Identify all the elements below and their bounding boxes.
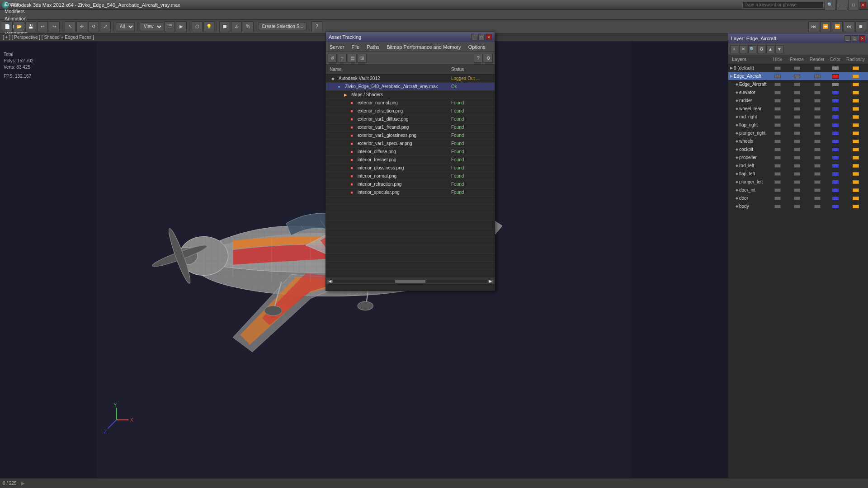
- layer-freeze-obj-door-int[interactable]: [787, 188, 807, 192]
- asset-row-tex9[interactable]: ■interior_glossiness.pngFound: [326, 164, 495, 172]
- layer-freeze-edge-aircraft[interactable]: [787, 75, 807, 78]
- layer-row-obj-plunger-left[interactable]: ◆plunger_left: [728, 178, 868, 186]
- layer-color-obj-flap-left[interactable]: [827, 172, 843, 176]
- layer-freeze-obj-propeller[interactable]: [787, 156, 807, 160]
- layer-row-obj-wheel-rear[interactable]: ◆wheel_rear: [728, 105, 868, 113]
- asset-thumb-view[interactable]: ⊞: [358, 54, 367, 63]
- layer-hide-obj-rod-right[interactable]: [769, 115, 787, 119]
- layer-hide-obj-propeller[interactable]: [769, 156, 787, 160]
- layer-render-obj-plunger-right[interactable]: [807, 131, 827, 135]
- title-maximize[interactable]: □: [848, 0, 859, 10]
- toolbar-save[interactable]: 💾: [25, 21, 36, 32]
- layer-hide-obj-plunger-left[interactable]: [769, 180, 787, 184]
- layer-freeze-obj-door[interactable]: [787, 197, 807, 200]
- layer-hide-obj-door-int[interactable]: [769, 188, 787, 192]
- layer-hide-obj-elevator[interactable]: [769, 91, 787, 94]
- layer-row-obj-body[interactable]: ◆body: [728, 202, 868, 211]
- layer-radiosity-obj-rod-right[interactable]: [843, 115, 868, 119]
- layer-render-obj-flap-left[interactable]: [807, 172, 827, 176]
- scroll-track[interactable]: [333, 280, 487, 283]
- asset-row-tex10[interactable]: ■interior_normal.pngFound: [326, 172, 495, 180]
- layer-color-obj-rudder[interactable]: [827, 99, 843, 103]
- layer-color-obj-cockpit[interactable]: [827, 147, 843, 152]
- asset-row-vault[interactable]: ◆Autodesk Vault 2012Logged Out ...: [326, 75, 495, 83]
- asset-menu-file[interactable]: File: [348, 43, 363, 51]
- selection-filter[interactable]: All: [116, 22, 135, 31]
- layer-color-obj-rod-right[interactable]: [827, 115, 843, 119]
- layer-radiosity-obj-flap-left[interactable]: [843, 172, 868, 176]
- layer-color-obj-plunger-right[interactable]: [827, 131, 843, 136]
- layer-freeze-obj-rod-left[interactable]: [787, 164, 807, 168]
- layer-freeze-obj-plunger-right[interactable]: [787, 131, 807, 135]
- layers-arrow-down[interactable]: ▼: [775, 45, 783, 53]
- layer-row-obj-rudder[interactable]: ◆rudder: [728, 97, 868, 105]
- layers-maximize[interactable]: □: [852, 35, 858, 42]
- layer-render-obj-flap-right[interactable]: [807, 123, 827, 127]
- search-btn[interactable]: 🔍: [825, 0, 835, 10]
- toolbar-select[interactable]: ↖: [65, 21, 75, 32]
- toolbar-play[interactable]: ⏮: [808, 21, 819, 32]
- layer-render-obj-elevator[interactable]: [807, 91, 827, 94]
- layer-color-obj-door[interactable]: [827, 196, 843, 201]
- asset-scrollbar[interactable]: ◀ ▶: [326, 278, 495, 284]
- layer-render-obj-rod-right[interactable]: [807, 115, 827, 119]
- layer-color-obj-propeller[interactable]: [827, 155, 843, 160]
- toolbar-rotate[interactable]: ↺: [88, 21, 99, 32]
- asset-menu-server[interactable]: Server: [326, 43, 348, 51]
- toolbar-render[interactable]: ▶: [176, 21, 187, 32]
- asset-list-view[interactable]: ≡: [338, 54, 347, 63]
- asset-settings[interactable]: ⚙: [484, 54, 493, 63]
- layer-radiosity-obj-body[interactable]: [843, 205, 868, 208]
- layers-settings[interactable]: ⚙: [757, 45, 765, 53]
- layer-row-obj-propeller[interactable]: ◆propeller: [728, 154, 868, 162]
- layer-row-obj-door-int[interactable]: ◆door_int: [728, 186, 868, 194]
- asset-menu-paths[interactable]: Paths: [363, 43, 383, 51]
- layer-color-edge-aircraft[interactable]: [827, 74, 843, 79]
- layer-radiosity-edge-aircraft[interactable]: [843, 75, 868, 78]
- asset-menu-bitmap[interactable]: Bitmap Performance and Memory: [383, 43, 464, 51]
- layer-radiosity-obj-elevator[interactable]: [843, 91, 868, 94]
- layer-hide-obj-flap-left[interactable]: [769, 172, 787, 176]
- asset-row-tex5[interactable]: ■exterior_var1_glossiness.pngFound: [326, 131, 495, 140]
- layer-color-obj-elevator[interactable]: [827, 90, 843, 95]
- asset-row-max-file[interactable]: ●Zivko_Edge_540_Aerobatic_Aircraft_vray.…: [326, 83, 495, 91]
- asset-tracking-close[interactable]: ✕: [486, 34, 492, 40]
- layer-row-edge-aircraft[interactable]: ▶Edge_Aircraft: [728, 72, 868, 80]
- asset-row-tex12[interactable]: ■interior_specular.pngFound: [326, 188, 495, 197]
- layer-freeze-obj-wheel-rear[interactable]: [787, 107, 807, 111]
- layer-freeze-obj-flap-right[interactable]: [787, 123, 807, 127]
- toolbar-end[interactable]: ⏭: [844, 21, 854, 32]
- toolbar-render-setup[interactable]: 🎬: [164, 21, 175, 32]
- asset-row-tex3[interactable]: ■exterior_var1_diffuse.pngFound: [326, 115, 495, 123]
- layer-render-obj-propeller[interactable]: [807, 156, 827, 160]
- toolbar-move[interactable]: ✛: [76, 21, 87, 32]
- layer-color-obj-body[interactable]: [827, 204, 843, 209]
- layer-row-obj-door[interactable]: ◆door: [728, 194, 868, 202]
- toolbar-redo[interactable]: ↪: [49, 21, 60, 32]
- toolbar-next-frame[interactable]: ⏩: [832, 21, 843, 32]
- asset-help[interactable]: ?: [474, 54, 483, 63]
- toolbar-snap-angle[interactable]: ∠: [231, 21, 242, 32]
- asset-row-tex8[interactable]: ■interior_fresnel.pngFound: [326, 156, 495, 164]
- create-selection-set[interactable]: Create Selection S...: [259, 23, 307, 30]
- layer-render-edge-aircraft[interactable]: [807, 75, 827, 78]
- asset-row-tex11[interactable]: ■interior_refraction.pngFound: [326, 180, 495, 188]
- layer-hide-obj-cockpit[interactable]: [769, 148, 787, 151]
- toolbar-help[interactable]: ?: [311, 21, 322, 32]
- layer-radiosity-obj-door-int[interactable]: [843, 188, 868, 192]
- layers-delete[interactable]: ✕: [739, 45, 747, 53]
- asset-row-tex1[interactable]: ■exterior_normal.pngFound: [326, 99, 495, 107]
- scroll-right[interactable]: ▶: [487, 279, 494, 284]
- layer-freeze-obj-flap-left[interactable]: [787, 172, 807, 176]
- layer-radiosity-obj-plunger-right[interactable]: [843, 131, 868, 135]
- layer-radiosity-obj-edge[interactable]: [843, 83, 868, 86]
- layer-color-obj-rod-left[interactable]: [827, 164, 843, 168]
- layer-radiosity-obj-door[interactable]: [843, 197, 868, 200]
- toolbar-open[interactable]: 📂: [14, 21, 24, 32]
- toolbar-light[interactable]: 💡: [203, 21, 214, 32]
- layer-row-obj-cockpit[interactable]: ◆cockpit: [728, 145, 868, 154]
- layer-hide-obj-plunger-right[interactable]: [769, 131, 787, 135]
- layer-freeze-obj-plunger-left[interactable]: [787, 180, 807, 184]
- layer-row-obj-wheels[interactable]: ◆wheels: [728, 137, 868, 145]
- layer-render-obj-door-int[interactable]: [807, 188, 827, 192]
